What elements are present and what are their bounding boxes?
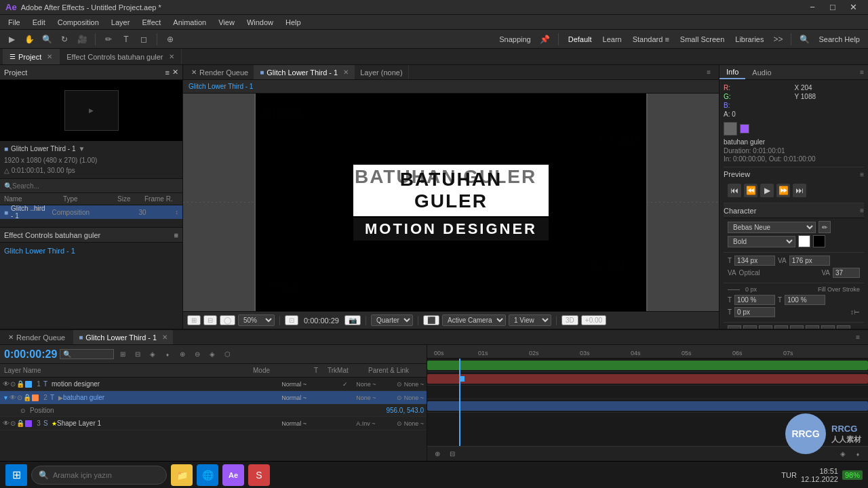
font-edit-btn[interactable]: ✏ — [818, 221, 831, 233]
layer3-lock[interactable]: 🔒 — [16, 420, 24, 427]
menu-view[interactable]: View — [213, 17, 240, 28]
track-bar-2[interactable] — [427, 374, 868, 384]
workspace-more[interactable]: >> — [770, 32, 785, 47]
tl-layer-2-position[interactable]: ⊙ Position 956.0, 543.0 — [0, 405, 427, 417]
layer1-eye[interactable]: 👁 — [3, 380, 9, 388]
tl-layer-1[interactable]: 👁 ⊙ 🔒 1 T motion designer Normal ~ ✓ Non… — [0, 378, 427, 391]
layer3-solo[interactable]: ⊙ — [10, 420, 16, 427]
layer1-lock[interactable]: 🔒 — [16, 380, 24, 388]
prev-play-btn[interactable]: ▶ — [760, 184, 774, 197]
view-select[interactable]: 1 View 2 Views — [509, 314, 551, 326]
viewer-btn-3d[interactable]: 3D — [561, 315, 578, 325]
char-color-black[interactable] — [813, 235, 825, 247]
tool-text[interactable]: T — [119, 32, 134, 47]
layer2-expand[interactable]: ▼ — [3, 394, 9, 401]
workspace-learn[interactable]: Learn — [599, 35, 626, 43]
tab-effect-controls[interactable]: Effect Controls batuhan guler ✕ — [60, 49, 181, 64]
taskbar-search-input[interactable] — [53, 471, 155, 479]
start-button[interactable]: ⊞ — [5, 464, 27, 486]
comp-tab-close[interactable]: ✕ — [343, 68, 349, 76]
tl-btn-7[interactable]: ◈ — [206, 348, 218, 361]
tab-audio[interactable]: Audio — [745, 65, 778, 79]
layer1-solo[interactable]: ⊙ — [10, 380, 16, 388]
close-button[interactable]: ✕ — [844, 0, 863, 15]
project-search-input[interactable] — [12, 182, 178, 190]
tl-btn-4[interactable]: ⬧ — [161, 348, 174, 361]
tl-btn-6[interactable]: ⊖ — [191, 348, 203, 361]
taskbar-files[interactable]: 📁 — [171, 464, 193, 486]
char-size-2[interactable] — [789, 256, 830, 266]
position-value[interactable]: 956.0, 543.0 — [386, 407, 424, 414]
tool-pen[interactable]: ✏ — [101, 32, 116, 47]
tool-hand[interactable]: ✋ — [22, 32, 37, 47]
right-panel-menu[interactable]: ≡ — [860, 68, 868, 76]
camera-select[interactable]: Active Camera — [442, 314, 506, 326]
tl-playhead[interactable] — [459, 359, 460, 446]
project-menu-icon[interactable]: ≡ — [165, 68, 170, 77]
prev-back-btn[interactable]: ⏪ — [744, 184, 757, 197]
tl-bottom-btn-1[interactable]: ⊕ — [431, 448, 443, 460]
tool-puppet[interactable]: ⊕ — [163, 32, 178, 47]
comp-tab-options[interactable]: Layer (none) — [355, 65, 408, 79]
char-scale-h[interactable] — [734, 295, 775, 305]
minimize-button[interactable]: − — [803, 0, 822, 15]
comp-panel-menu[interactable]: ≡ — [707, 68, 716, 76]
style-ul-btn[interactable]: T — [821, 325, 835, 329]
viewer-btn-mask[interactable]: ◯ — [220, 315, 235, 325]
tool-camera[interactable]: 🎥 — [75, 32, 90, 47]
tl-bottom-btn-2[interactable]: ⊟ — [446, 448, 458, 460]
style-italic-btn[interactable]: T — [743, 325, 757, 329]
menu-file[interactable]: File — [3, 17, 26, 28]
search-btn[interactable]: 🔍 — [797, 32, 812, 47]
track-bar-3[interactable] — [427, 401, 868, 411]
tl-tab-main[interactable]: ■ Glitch Lower Third - 1 ✕ — [73, 330, 173, 344]
taskbar-slideshow[interactable]: S — [248, 464, 270, 486]
project-item-comp[interactable]: ■ Glitch ..hird - 1 Composition 30 ↕ — [0, 205, 182, 219]
tab-project[interactable]: ☰ Project ✕ — [3, 49, 60, 64]
tab-project-close[interactable]: ✕ — [47, 53, 52, 60]
composition-viewer[interactable]: RRCG 人人素材 RRCG 人人素材 BATUHAN GULER BATUHA… — [183, 94, 719, 311]
menu-edit[interactable]: Edit — [27, 17, 51, 28]
tl-btn-8[interactable]: ⬡ — [221, 348, 233, 361]
preview-menu[interactable]: ≡ — [860, 171, 864, 178]
style-strike-btn[interactable]: T — [837, 325, 850, 329]
char-baseline[interactable] — [734, 307, 775, 317]
layer2-solo[interactable]: ⊙ — [17, 394, 22, 401]
menu-animation[interactable]: Animation — [167, 17, 212, 28]
viewer-btn-camera[interactable]: 📷 — [344, 315, 361, 325]
project-close-icon[interactable]: ✕ — [172, 68, 178, 77]
viewer-btn-more[interactable]: +0.00 — [581, 315, 606, 325]
tl-tab-render[interactable]: ✕ Render Queue — [3, 330, 71, 344]
style-super-btn[interactable]: Ts — [790, 325, 804, 329]
tl-time-display[interactable]: 0:00:00:29 — [4, 348, 57, 361]
char-color-white[interactable] — [798, 235, 810, 247]
tool-select[interactable]: ▶ — [4, 32, 19, 47]
menu-window[interactable]: Window — [241, 17, 279, 28]
quality-select[interactable]: Quarter Half Full — [371, 314, 413, 326]
tl-search-input[interactable] — [60, 349, 114, 359]
effect-menu-icon[interactable]: ≡ — [174, 231, 178, 239]
comp-tab-render-queue[interactable]: ✕ Render Queue — [186, 65, 254, 79]
viewer-btn-grid[interactable]: ⊞ — [187, 315, 201, 325]
tl-btn-2[interactable]: ⊟ — [132, 348, 144, 361]
tab-effect-close[interactable]: ✕ — [169, 53, 174, 60]
menu-effect[interactable]: Effect — [136, 17, 166, 28]
prev-fwd-btn[interactable]: ⏩ — [776, 184, 790, 197]
tl-layer-2[interactable]: ▼ 👁 ⊙ 🔒 2 T ▶ batuhan guler Normal ~ Non… — [0, 391, 427, 405]
menu-help[interactable]: Help — [280, 17, 307, 28]
layer2-eye[interactable]: 👁 — [9, 394, 16, 401]
tl-tab-close[interactable]: ✕ — [162, 333, 167, 341]
char-scale-v[interactable] — [785, 295, 825, 305]
style-sub-btn[interactable]: Ts — [806, 325, 819, 329]
track-bar-1[interactable] — [427, 361, 868, 370]
snapping-toggle[interactable]: 📌 — [538, 32, 553, 47]
workspace-small-screen[interactable]: Small Screen — [676, 35, 728, 43]
char-tracking[interactable] — [833, 268, 860, 278]
workspace-standard[interactable]: Standard ≡ — [629, 35, 673, 43]
style-smallcaps-btn[interactable]: Tt — [774, 325, 788, 329]
menu-composition[interactable]: Composition — [52, 17, 104, 28]
tab-info[interactable]: Info — [719, 65, 745, 79]
taskbar-ae[interactable]: Ae — [222, 464, 244, 486]
layer2-lock[interactable]: 🔒 — [23, 394, 31, 401]
tool-shape[interactable]: ◻ — [136, 32, 151, 47]
